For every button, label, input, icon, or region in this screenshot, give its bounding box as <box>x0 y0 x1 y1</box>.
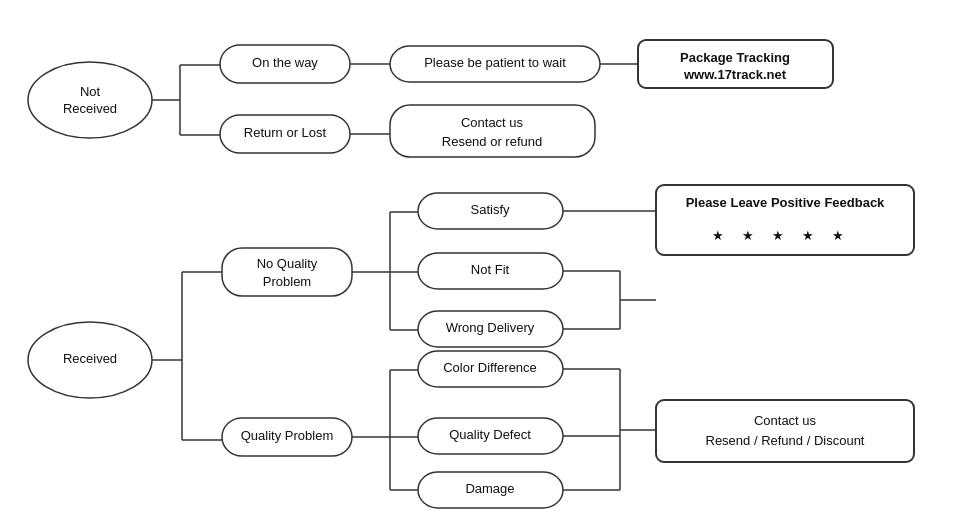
no-quality-problem-label2: Problem <box>263 274 311 289</box>
satisfy-label: Satisfy <box>470 202 510 217</box>
patient-wait-label: Please be patient to wait <box>424 55 566 70</box>
star2: ★ <box>742 228 754 243</box>
damage-label: Damage <box>465 481 514 496</box>
color-difference-label: Color Difference <box>443 360 537 375</box>
return-lost-label: Return or Lost <box>244 125 327 140</box>
quality-problem-label: Quality Problem <box>241 428 333 443</box>
package-tracking-url: www.17track.net <box>683 67 787 82</box>
quality-defect-label: Quality Defect <box>449 427 531 442</box>
contact-resend-label1: Contact us <box>461 115 524 130</box>
package-tracking-label: Package Tracking <box>680 50 790 65</box>
star5: ★ <box>832 228 844 243</box>
wrong-delivery-label: Wrong Delivery <box>446 320 535 335</box>
not-received-label2: Received <box>63 101 117 116</box>
received-label: Received <box>63 351 117 366</box>
no-quality-problem-label1: No Quality <box>257 256 318 271</box>
not-received-node <box>28 62 152 138</box>
not-fit-label: Not Fit <box>471 262 510 277</box>
not-received-label: Not <box>80 84 101 99</box>
contact-refund-label1: Contact us <box>754 413 817 428</box>
contact-refund-label2: Resend / Refund / Discount <box>706 433 865 448</box>
contact-resend-label2: Resend or refund <box>442 134 542 149</box>
positive-feedback-label: Please Leave Positive Feedback <box>686 195 885 210</box>
contact-refund-box <box>656 400 914 462</box>
star4: ★ <box>802 228 814 243</box>
star3: ★ <box>772 228 784 243</box>
star1: ★ <box>712 228 724 243</box>
on-the-way-label: On the way <box>252 55 318 70</box>
